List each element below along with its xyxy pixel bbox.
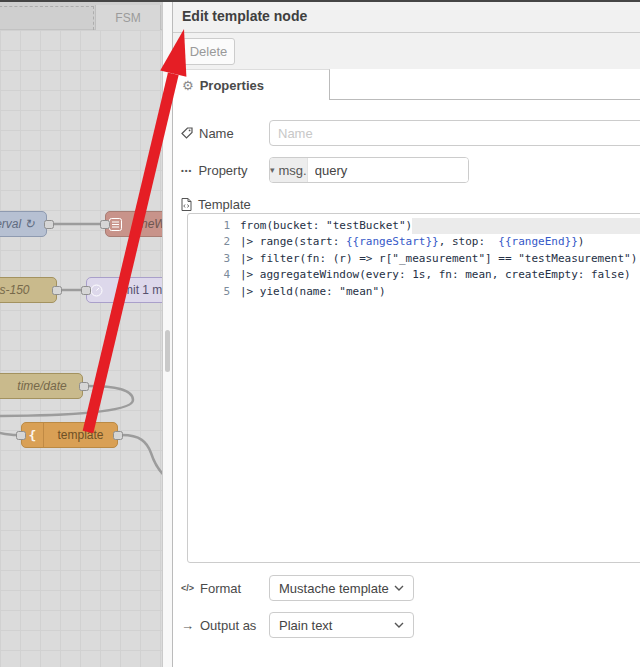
property-input[interactable] — [308, 158, 469, 182]
line-number: 1 — [188, 218, 230, 234]
chevron-down-icon — [394, 622, 404, 628]
node-port[interactable] — [100, 220, 110, 229]
template-code-editor[interactable]: 12345 from(bucket: "testBucket")|> range… — [187, 213, 640, 563]
node-port[interactable] — [79, 382, 89, 391]
output-select-value: Plain text — [279, 618, 332, 633]
flow-canvas[interactable]: interval ↻ sineW s-150 limit 1 ms f time… — [0, 0, 162, 667]
code-text: from(bucket: "testBucket") — [240, 218, 412, 234]
code-text: |> filter(fn: (r) => r["_measurement"] =… — [240, 251, 637, 267]
wires-layer — [0, 0, 162, 667]
node-interval[interactable]: interval ↻ — [0, 211, 47, 237]
node-label: template — [44, 428, 117, 442]
workspace-tab-fsm[interactable]: FSM — [95, 5, 161, 30]
code-text: |> yield(name: "mean") — [240, 284, 386, 300]
node-s150[interactable]: s-150 — [0, 277, 57, 303]
code-text: |> range(start: — [240, 234, 346, 250]
node-label: sineW — [124, 217, 162, 231]
node-timedate[interactable]: f time/date — [0, 373, 83, 399]
code-text: |> aggregateWindow(every: 1s, fn: mean, … — [240, 267, 631, 283]
arrow-right-icon: → — [181, 618, 194, 633]
ellipsis-icon: ••• — [181, 166, 192, 175]
code-text: ) — [578, 234, 585, 250]
wire[interactable] — [122, 435, 162, 477]
code-line[interactable]: |> filter(fn: (r) => r["_measurement"] =… — [240, 251, 640, 267]
node-label: time/date — [2, 379, 82, 393]
node-port[interactable] — [81, 286, 91, 295]
node-limit[interactable]: limit 1 ms — [86, 277, 162, 303]
mustache-token: {{rangeStart}} — [346, 234, 439, 250]
gear-icon: ⚙ — [182, 78, 194, 93]
line-number: 4 — [188, 267, 230, 283]
dialog-title: Edit template node — [173, 0, 640, 33]
format-label: </> Format — [181, 575, 241, 601]
mustache-token: {{rangeEnd}} — [498, 234, 577, 250]
delete-button[interactable]: Delete — [182, 38, 235, 65]
code-line[interactable]: |> yield(name: "mean") — [240, 284, 640, 300]
tab-properties-label: Properties — [200, 78, 264, 93]
code-icon: </> — [181, 583, 194, 593]
output-row: → Output as Plain text — [181, 612, 640, 638]
name-input[interactable] — [269, 120, 640, 146]
node-port[interactable] — [52, 286, 62, 295]
property-typed-input: ▾ msg. — [269, 157, 469, 183]
tag-icon — [181, 127, 193, 139]
tabrow-border — [330, 99, 640, 100]
property-type-button[interactable]: ▾ msg. — [270, 158, 308, 182]
node-port[interactable] — [113, 431, 123, 440]
code-line[interactable]: from(bucket: "testBucket") — [240, 218, 640, 234]
tab-properties[interactable]: ⚙ Properties — [173, 69, 330, 100]
template-label-row: Template — [181, 191, 640, 207]
window-top-strip — [0, 0, 640, 2]
property-prefix: msg. — [279, 163, 307, 178]
editor-code[interactable]: from(bucket: "testBucket")|> range(start… — [240, 218, 640, 300]
name-row: Name — [181, 120, 640, 146]
chevron-down-icon — [394, 585, 404, 591]
line-number: 3 — [188, 251, 230, 267]
line-number: 5 — [188, 284, 230, 300]
wire[interactable] — [0, 431, 17, 435]
property-label: ••• Property — [181, 157, 248, 183]
node-label: limit 1 ms — [105, 283, 162, 297]
file-code-icon — [181, 198, 192, 211]
output-label: → Output as — [181, 612, 256, 638]
name-label: Name — [181, 120, 234, 146]
node-label: s-150 — [0, 283, 56, 297]
edit-template-dialog: Edit template node Delete ⚙ Properties N… — [172, 0, 640, 667]
code-line[interactable]: |> range(start: {{rangeStart}}, stop: {{… — [240, 234, 640, 250]
tray-resize-strip — [162, 0, 172, 667]
property-row: ••• Property ▾ msg. — [181, 157, 640, 183]
caret-down-icon: ▾ — [270, 165, 275, 175]
code-line[interactable]: |> aggregateWindow(every: 1s, fn: mean, … — [240, 267, 640, 283]
node-sinewave[interactable]: sineW — [105, 211, 162, 237]
format-select-value: Mustache template — [279, 581, 389, 596]
line-number: 2 — [188, 234, 230, 250]
node-label: interval ↻ — [0, 217, 46, 231]
format-row: </> Format Mustache template — [181, 575, 640, 601]
node-port[interactable] — [44, 220, 54, 229]
workspace-tabbar: FSM — [0, 0, 162, 30]
workspace-tab-partial[interactable] — [0, 6, 94, 30]
dialog-toolbar: Delete — [173, 33, 640, 69]
output-select[interactable]: Plain text — [269, 612, 414, 638]
editor-gutter: 12345 — [188, 218, 230, 300]
tray-resize-handle[interactable] — [165, 330, 170, 372]
code-text: , stop: — [439, 234, 499, 250]
node-template[interactable]: { template — [21, 422, 118, 448]
node-port[interactable] — [16, 431, 26, 440]
format-select[interactable]: Mustache template — [269, 575, 414, 601]
dialog-tabrow: ⚙ Properties — [173, 69, 640, 100]
